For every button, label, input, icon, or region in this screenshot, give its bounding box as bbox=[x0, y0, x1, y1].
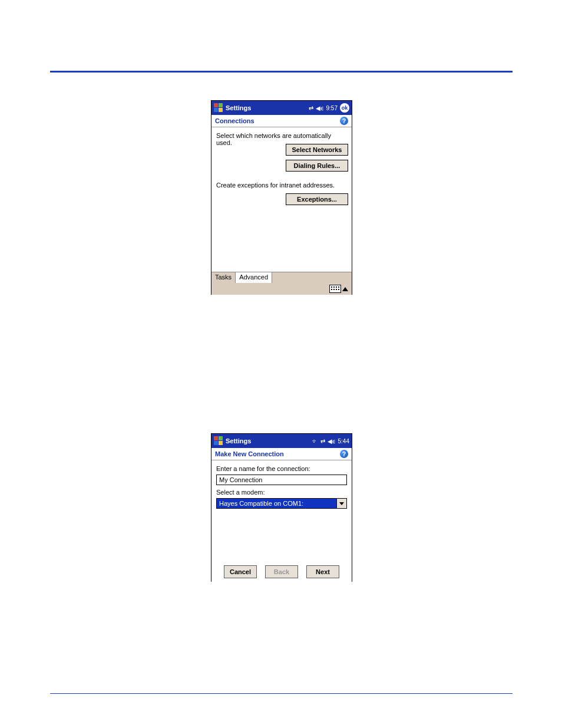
content-area: Enter a name for the connection: My Conn… bbox=[211, 460, 352, 582]
system-tray: ᯤ ⇄ ◀ϵ 5:44 bbox=[312, 438, 349, 444]
app-title: Settings bbox=[226, 104, 251, 111]
cancel-button[interactable]: Cancel bbox=[224, 565, 257, 578]
sip-up-arrow-icon[interactable] bbox=[342, 287, 348, 291]
page-subheader: Connections ? bbox=[211, 115, 352, 127]
start-logo-icon[interactable] bbox=[214, 103, 223, 113]
keyboard-icon[interactable] bbox=[329, 285, 341, 293]
page-bottom-rule bbox=[50, 693, 513, 694]
clock[interactable]: 5:44 bbox=[338, 438, 349, 444]
tab-advanced[interactable]: Advanced bbox=[236, 272, 272, 283]
connectivity-icon[interactable]: ⇄ bbox=[309, 105, 313, 111]
exceptions-description: Create exceptions for intranet addresses… bbox=[216, 182, 347, 189]
select-networks-button[interactable]: Select Networks bbox=[286, 144, 348, 156]
help-icon[interactable]: ? bbox=[340, 117, 348, 125]
exceptions-button[interactable]: Exceptions... bbox=[286, 193, 348, 205]
volume-icon[interactable]: ◀ϵ bbox=[316, 105, 324, 111]
signal-icon[interactable]: ᯤ bbox=[312, 438, 318, 444]
system-tray: ⇄ ◀ϵ 9:57 ok bbox=[309, 103, 349, 113]
page-title: Connections bbox=[215, 117, 254, 124]
title-bar: Settings ᯤ ⇄ ◀ϵ 5:44 bbox=[211, 434, 352, 448]
connection-name-label: Enter a name for the connection: bbox=[216, 465, 347, 472]
chevron-down-icon[interactable] bbox=[336, 499, 346, 508]
tab-tasks[interactable]: Tasks bbox=[211, 272, 236, 283]
dialing-rules-button[interactable]: Dialing Rules... bbox=[286, 160, 348, 172]
back-button: Back bbox=[265, 565, 298, 578]
tab-strip: Tasks Advanced bbox=[211, 272, 352, 283]
wizard-buttons: Cancel Back Next bbox=[211, 565, 352, 578]
content-area: Select which networks are automatically … bbox=[211, 127, 352, 272]
app-title: Settings bbox=[226, 437, 251, 444]
title-bar: Settings ⇄ ◀ϵ 9:57 ok bbox=[211, 101, 352, 115]
modem-select-value: Hayes Compatible on COM1: bbox=[217, 500, 336, 507]
help-icon[interactable]: ? bbox=[340, 450, 348, 458]
connection-name-input[interactable]: My Connection bbox=[216, 475, 347, 485]
connection-name-value: My Connection bbox=[219, 476, 262, 483]
device-screenshot-connections: Settings ⇄ ◀ϵ 9:57 ok Connections ? Sele… bbox=[211, 100, 352, 295]
start-logo-icon[interactable] bbox=[214, 436, 223, 446]
page-subheader: Make New Connection ? bbox=[211, 448, 352, 460]
ok-button[interactable]: ok bbox=[340, 103, 349, 113]
clock[interactable]: 9:57 bbox=[326, 105, 338, 111]
page-top-rule bbox=[50, 71, 513, 73]
sip-bar bbox=[211, 283, 352, 295]
device-screenshot-make-new-connection: Settings ᯤ ⇄ ◀ϵ 5:44 Make New Connection… bbox=[211, 433, 352, 582]
modem-select[interactable]: Hayes Compatible on COM1: bbox=[216, 498, 347, 509]
page-title: Make New Connection bbox=[215, 450, 284, 457]
next-button[interactable]: Next bbox=[306, 565, 339, 578]
connectivity-icon[interactable]: ⇄ bbox=[320, 438, 325, 444]
volume-icon[interactable]: ◀ϵ bbox=[328, 438, 336, 444]
modem-label: Select a modem: bbox=[216, 489, 347, 496]
